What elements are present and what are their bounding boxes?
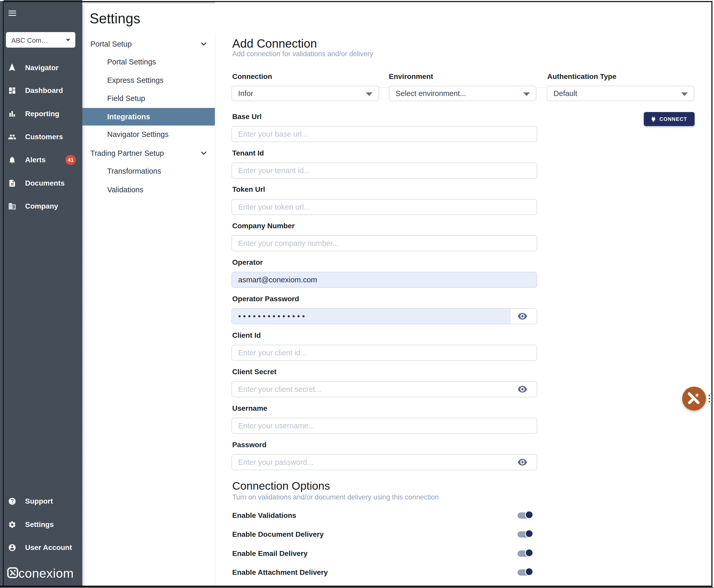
svg-text:conexiom: conexiom: [18, 566, 74, 580]
